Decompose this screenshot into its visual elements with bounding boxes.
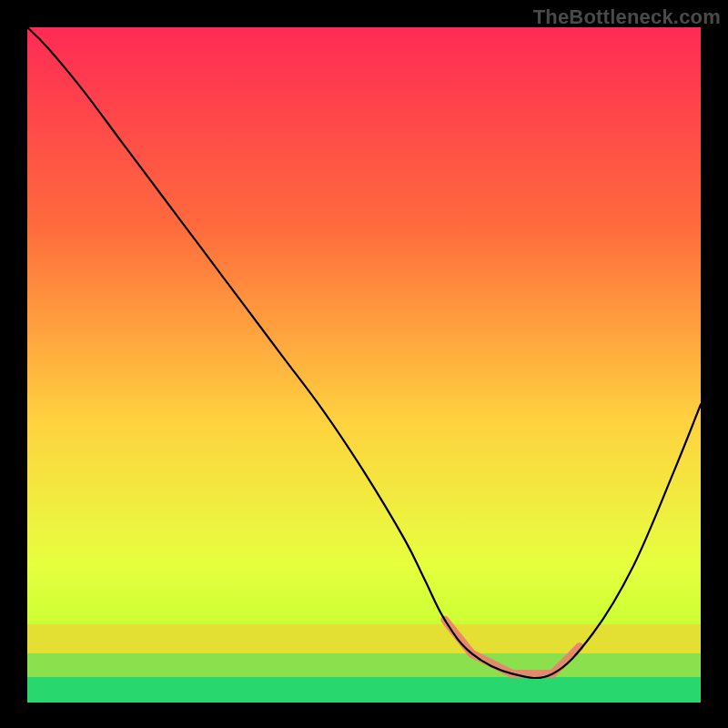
watermark-text: TheBottleneck.com [533,5,721,29]
highlight-segment [471,653,552,673]
highlight-segment [552,647,580,674]
chart-stage: TheBottleneck.com [0,0,728,728]
bottleneck-curve [27,27,701,678]
curve-layer [27,27,701,701]
plot-area [27,27,701,701]
